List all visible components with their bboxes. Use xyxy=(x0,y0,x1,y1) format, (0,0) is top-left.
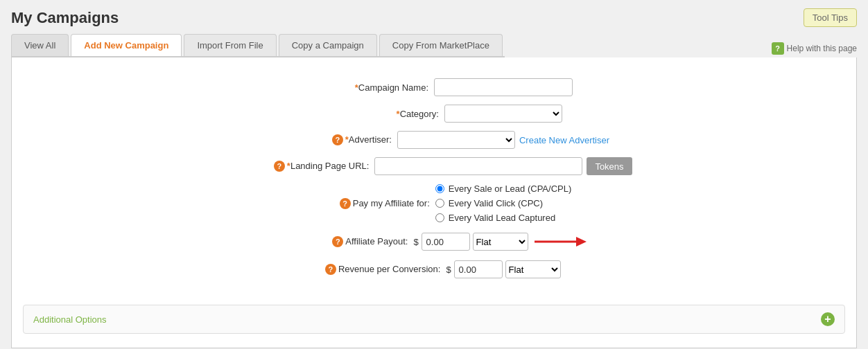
red-arrow-indicator xyxy=(531,231,593,252)
radio-cpc: Every Valid Click (CPC) xyxy=(435,198,572,208)
radio-lead-input[interactable] xyxy=(435,213,444,222)
tokens-button[interactable]: Tokens xyxy=(587,157,632,175)
content-area: *Campaign Name: *Category: ?*Advertiser: xyxy=(11,57,857,348)
revenue-dollar-sign: $ xyxy=(446,265,451,275)
radio-cpc-input[interactable] xyxy=(435,199,444,208)
additional-options-label: Additional Options xyxy=(33,314,107,325)
page-header: My Campaigns Tool Tips xyxy=(11,8,857,27)
tab-copy-from-marketplace[interactable]: Copy From MarketPlace xyxy=(379,34,503,56)
create-advertiser-link[interactable]: Create New Advertiser xyxy=(519,135,609,145)
advertiser-select[interactable] xyxy=(397,131,515,149)
affiliate-payout-inputs: $ Flat Percentage xyxy=(413,231,593,252)
plus-icon: + xyxy=(824,313,831,325)
tabs-bar: View All Add New Campaign Import From Fi… xyxy=(11,34,505,57)
campaign-name-row: *Campaign Name: xyxy=(40,78,828,96)
radio-cpa-cpl-label: Every Sale or Lead (CPA/CPL) xyxy=(449,184,572,194)
landing-page-label: ?*Landing Page URL: xyxy=(236,161,374,172)
campaign-name-input[interactable] xyxy=(434,78,573,96)
affiliate-payout-help-icon[interactable]: ? xyxy=(332,236,343,247)
revenue-flat-select[interactable]: Flat Percentage xyxy=(505,260,561,278)
category-select[interactable] xyxy=(444,105,562,123)
affiliate-payout-input[interactable] xyxy=(422,233,470,251)
campaign-name-label: *Campaign Name: xyxy=(295,82,434,93)
help-icon: ? xyxy=(772,42,784,55)
revenue-conversion-row: ?Revenue per Conversion: $ Flat Percenta… xyxy=(40,260,828,278)
additional-options-expand-button[interactable]: + xyxy=(821,312,835,326)
form-section: *Campaign Name: *Category: ?*Advertiser: xyxy=(12,71,856,294)
landing-help-icon[interactable]: ? xyxy=(274,161,285,172)
advertiser-help-icon[interactable]: ? xyxy=(332,134,343,145)
category-row: *Category: xyxy=(40,105,828,123)
revenue-conversion-input[interactable] xyxy=(454,260,503,278)
revenue-conversion-label: ?Revenue per Conversion: xyxy=(307,264,446,275)
radio-cpa-cpl: Every Sale or Lead (CPA/CPL) xyxy=(435,184,572,194)
radio-cpc-label: Every Valid Click (CPC) xyxy=(449,198,543,208)
tab-import-from-file[interactable]: Import From File xyxy=(184,34,276,56)
page-wrapper: My Campaigns Tool Tips View All Add New … xyxy=(0,0,868,349)
help-link[interactable]: ? Help with this page xyxy=(772,42,857,57)
additional-options-section: Additional Options + xyxy=(23,305,845,334)
revenue-help-icon[interactable]: ? xyxy=(325,264,336,275)
radio-cpa-cpl-input[interactable] xyxy=(435,184,444,193)
affiliate-flat-select[interactable]: Flat Percentage xyxy=(473,233,528,251)
pay-affiliate-row: ?Pay my Affiliate for: Every Sale or Lea… xyxy=(40,184,828,223)
tab-copy-a-campaign[interactable]: Copy a Campaign xyxy=(279,34,377,56)
pay-affiliate-help-icon[interactable]: ? xyxy=(340,198,351,209)
tool-tips-button[interactable]: Tool Tips xyxy=(804,8,857,27)
revenue-conversion-inputs: $ Flat Percentage xyxy=(446,260,560,278)
radio-lead-label: Every Valid Lead Captured xyxy=(449,213,555,223)
pay-affiliate-radio-group: Every Sale or Lead (CPA/CPL) Every Valid… xyxy=(435,184,572,223)
landing-page-row: ?*Landing Page URL: Tokens xyxy=(40,157,828,175)
tab-add-new-campaign[interactable]: Add New Campaign xyxy=(71,34,182,56)
advertiser-label: ?*Advertiser: xyxy=(259,134,397,145)
tab-view-all[interactable]: View All xyxy=(11,34,69,56)
page-title: My Campaigns xyxy=(11,9,119,27)
affiliate-payout-row: ?Affiliate Payout: $ Flat Percentage xyxy=(40,231,828,252)
radio-lead: Every Valid Lead Captured xyxy=(435,213,572,223)
advertiser-row: ?*Advertiser: Create New Advertiser xyxy=(40,131,828,149)
affiliate-dollar-sign: $ xyxy=(413,237,418,247)
help-label: Help with this page xyxy=(787,44,857,53)
affiliate-payout-label: ?Affiliate Payout: xyxy=(275,236,413,247)
category-label: *Category: xyxy=(306,109,444,119)
pay-affiliate-label: ?Pay my Affiliate for: xyxy=(297,198,435,209)
landing-page-input[interactable] xyxy=(374,157,582,175)
svg-marker-1 xyxy=(576,237,587,247)
